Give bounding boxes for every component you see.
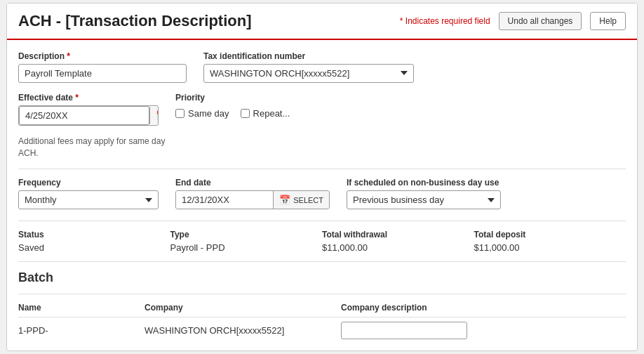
header-actions: * Indicates required field Undo all chan… [400,12,626,30]
non-business-select[interactable]: Previous business day Next business day [347,190,501,209]
frequency-label: Frequency [18,178,159,188]
tax-id-label: Tax identification number [203,51,414,61]
batch-company-value: WASHINGTON ORCH[xxxxx5522] [145,325,341,336]
type-col-label: Type [170,230,323,240]
row-effective-priority: Effective date * 📅 SELECT Priority Same … [18,93,626,126]
priority-label: Priority [175,93,290,103]
effective-date-wrapper: 📅 SELECT [18,105,159,126]
batch-company-header: Company [145,303,341,313]
non-business-label: If scheduled on non-business day use [347,178,501,188]
batch-table-header: Name Company Company description [18,303,626,317]
total-deposit-value: $11,000.00 [474,242,626,253]
repeat-label: Repeat... [253,108,290,119]
repeat-checkbox[interactable] [241,109,250,118]
divider-3 [18,261,626,262]
total-withdrawal-value: $11,000.00 [322,242,474,253]
total-withdrawal-label: Total withdrawal [322,230,474,240]
effective-date-select-btn[interactable]: 📅 SELECT [149,107,159,124]
form-body: Description * Tax identification number … [7,40,637,351]
batch-header: Batch [18,270,626,285]
batch-name-header: Name [18,303,145,313]
end-date-calendar-icon: 📅 [279,195,290,205]
additional-fees-note: Additional fees may apply for same day A… [18,136,173,159]
row-frequency: Frequency Monthly Weekly Bi-weekly Semi-… [18,178,626,209]
batch-row: 1-PPD- WASHINGTON ORCH[xxxxx5522] [18,322,626,339]
type-col-value: Payroll - PPD [170,242,323,253]
total-deposit-label: Total deposit [474,230,626,240]
divider-4 [18,294,626,294]
description-required-star: * [65,51,70,61]
description-group: Description * [18,51,187,83]
calendar-icon: 📅 [156,110,159,121]
status-col: Status Saved [18,230,170,253]
batch-company-desc-cell [341,322,626,339]
end-date-wrapper: 📅 SELECT [175,190,330,209]
help-button[interactable]: Help [590,12,626,30]
same-day-checkbox[interactable] [175,109,185,118]
main-container: ACH - [Transaction Description] * Indica… [6,3,638,352]
undo-all-button[interactable]: Undo all changes [499,12,582,30]
total-withdrawal-col: Total withdrawal $11,000.00 [322,230,474,253]
effective-date-label: Effective date * [18,93,159,103]
batch-name-value: 1-PPD- [18,325,145,336]
description-label: Description * [18,51,187,61]
company-desc-input[interactable] [341,322,467,339]
priority-group: Priority Same day Repeat... [175,93,290,126]
tax-id-select[interactable]: WASHINGTON ORCH[xxxxx5522] [203,64,414,83]
end-date-select-btn[interactable]: 📅 SELECT [273,191,329,209]
frequency-group: Frequency Monthly Weekly Bi-weekly Semi-… [18,178,159,209]
non-business-group: If scheduled on non-business day use Pre… [347,178,501,209]
end-date-select-label: SELECT [293,196,323,204]
end-date-label: End date [175,178,330,188]
status-row: Status Saved Type Payroll - PPD Total wi… [18,230,626,253]
status-col-value: Saved [18,242,170,253]
batch-company-desc-header: Company description [341,303,626,313]
same-day-label: Same day [188,108,229,119]
row-description-taxid: Description * Tax identification number … [18,51,626,83]
effective-date-input[interactable] [19,106,149,125]
divider-1 [18,169,626,169]
end-date-input[interactable] [176,191,273,209]
repeat-checkbox-item: Repeat... [241,108,290,119]
page-header: ACH - [Transaction Description] * Indica… [7,4,637,40]
frequency-select[interactable]: Monthly Weekly Bi-weekly Semi-monthly An… [18,190,159,209]
effective-date-star: * [73,93,79,103]
page-title: ACH - [Transaction Description] [18,12,251,30]
status-col-label: Status [18,230,170,240]
end-date-group: End date 📅 SELECT [175,178,330,209]
type-col: Type Payroll - PPD [170,230,323,253]
effective-date-group: Effective date * 📅 SELECT [18,93,159,126]
divider-2 [18,221,626,221]
priority-checkboxes: Same day Repeat... [175,108,290,119]
required-note: * Indicates required field [400,16,490,26]
tax-id-group: Tax identification number WASHINGTON ORC… [203,51,414,83]
same-day-checkbox-item: Same day [175,108,229,119]
description-input[interactable] [18,64,187,83]
total-deposit-col: Total deposit $11,000.00 [474,230,626,253]
